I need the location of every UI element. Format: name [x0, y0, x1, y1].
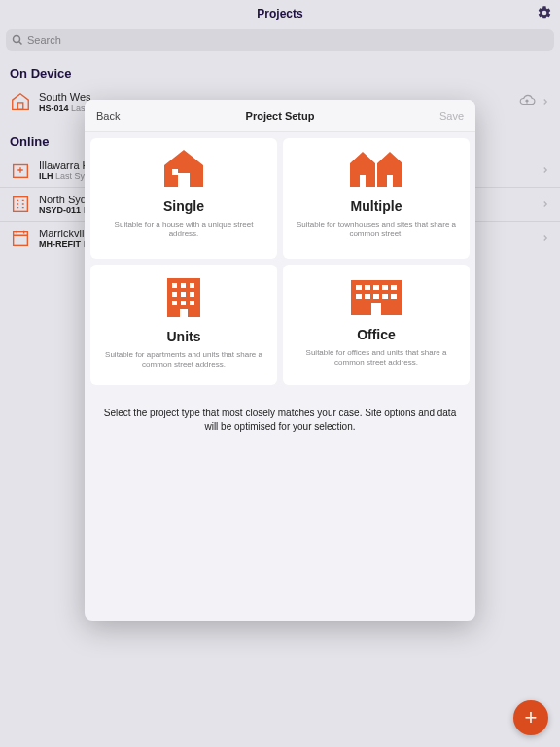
- card-title: Office: [357, 327, 396, 342]
- svg-rect-11: [172, 292, 177, 297]
- house-icon: [10, 91, 31, 113]
- svg-line-1: [19, 42, 22, 45]
- svg-rect-17: [180, 309, 188, 317]
- svg-rect-24: [356, 294, 362, 299]
- chevron-right-icon: [541, 161, 550, 179]
- modal-footer-text: Select the project type that most closel…: [85, 391, 475, 449]
- svg-rect-21: [373, 285, 379, 290]
- add-project-button[interactable]: +: [513, 700, 548, 735]
- settings-icon[interactable]: [537, 5, 552, 24]
- section-on-device: On Device: [10, 66, 550, 81]
- save-button[interactable]: Save: [439, 110, 464, 122]
- card-desc: Suitable for townhouses and sites that s…: [291, 220, 462, 240]
- svg-rect-28: [391, 294, 397, 299]
- project-type-units[interactable]: Units Suitable for apartments and units …: [90, 265, 277, 385]
- svg-rect-14: [172, 301, 177, 305]
- project-type-multiple[interactable]: Multiple Suitable for townhouses and sit…: [283, 138, 470, 259]
- units-building-icon: [161, 274, 206, 323]
- svg-rect-16: [190, 301, 194, 305]
- svg-rect-22: [382, 285, 388, 290]
- hospital-icon: [10, 160, 31, 181]
- svg-rect-20: [365, 285, 370, 290]
- card-title: Units: [167, 329, 201, 344]
- card-title: Single: [163, 198, 204, 214]
- cloud-icon: [518, 91, 536, 113]
- chevron-right-icon: [541, 196, 550, 213]
- svg-rect-25: [365, 294, 370, 299]
- svg-rect-4: [14, 197, 28, 212]
- card-desc: Suitable for apartments and units that s…: [98, 350, 269, 371]
- svg-rect-10: [190, 283, 194, 288]
- app-header: Projects: [0, 0, 560, 26]
- svg-rect-19: [356, 285, 362, 290]
- single-house-icon: [158, 148, 209, 193]
- calendar-icon: [10, 228, 31, 249]
- svg-rect-12: [181, 292, 186, 297]
- modal-title: Project Setup: [246, 110, 315, 122]
- back-button[interactable]: Back: [96, 110, 120, 122]
- card-desc: Suitable for a house with a unique stree…: [98, 220, 269, 240]
- chevron-right-icon: [541, 230, 550, 247]
- svg-rect-27: [382, 294, 388, 299]
- page-title: Projects: [257, 7, 302, 20]
- svg-rect-5: [14, 232, 28, 246]
- project-type-single[interactable]: Single Suitable for a house with a uniqu…: [90, 138, 277, 259]
- svg-rect-9: [181, 283, 186, 288]
- svg-rect-23: [391, 285, 397, 290]
- svg-rect-13: [190, 292, 194, 297]
- svg-point-0: [14, 36, 20, 43]
- multiple-houses-icon: [348, 148, 404, 193]
- svg-rect-26: [373, 294, 379, 299]
- building-icon: [10, 194, 31, 215]
- search-input[interactable]: Search: [6, 29, 554, 51]
- card-title: Multiple: [351, 198, 402, 214]
- svg-rect-2: [18, 103, 23, 109]
- office-building-icon: [347, 274, 405, 321]
- svg-rect-15: [181, 301, 186, 305]
- search-icon: [12, 34, 23, 46]
- plus-icon: +: [525, 705, 538, 730]
- svg-rect-6: [172, 169, 178, 175]
- modal-header: Back Project Setup Save: [85, 100, 475, 132]
- chevron-right-icon: [541, 93, 550, 111]
- svg-rect-8: [172, 283, 177, 288]
- svg-rect-29: [371, 303, 381, 315]
- card-desc: Suitable for offices and units that shar…: [291, 348, 462, 369]
- search-placeholder: Search: [27, 34, 61, 46]
- project-setup-modal: Back Project Setup Save Single Suitable …: [85, 100, 475, 621]
- project-type-grid: Single Suitable for a house with a uniqu…: [85, 132, 475, 391]
- project-type-office[interactable]: Office Suitable for offices and units th…: [283, 265, 470, 385]
